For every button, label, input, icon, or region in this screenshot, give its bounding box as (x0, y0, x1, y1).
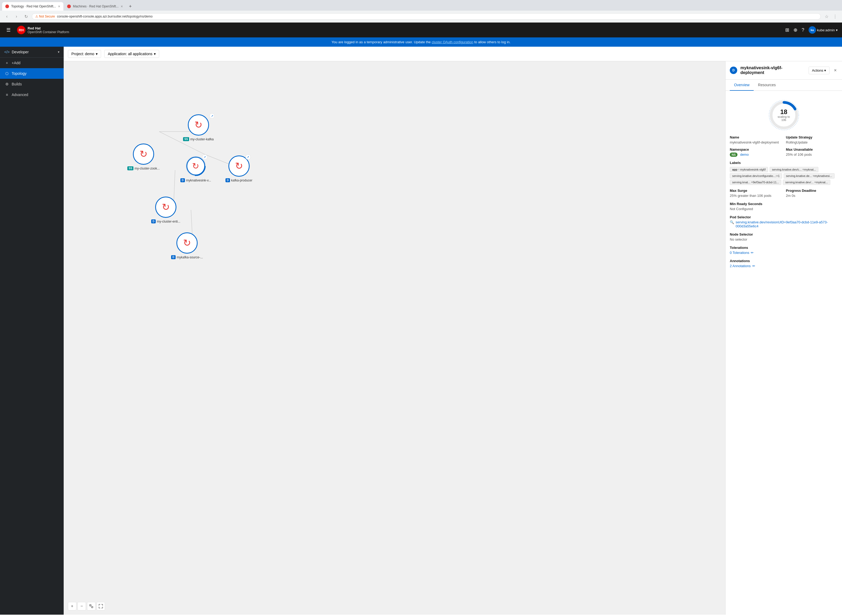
label-tag-3[interactable]: serving.knative.de... =myknativesi... (783, 173, 835, 179)
help-icon[interactable]: ? (802, 27, 804, 33)
advanced-icon: ≡ (4, 92, 10, 97)
tab-title: Topology · Red Hat OpenShift... (11, 4, 56, 8)
max-unavailable-value: 25% of 106 pods (786, 153, 838, 157)
active-tab[interactable]: Topology · Red Hat OpenShift... × (2, 2, 63, 10)
bookmark-button[interactable]: ☆ (823, 13, 830, 20)
project-dropdown[interactable]: Project: demo ▾ (68, 50, 101, 58)
kafka-producer-badge: D (226, 178, 230, 182)
label-key-0: app (732, 168, 738, 171)
detail-content: 18 scaling to 106 Name myknativesink-vlg… (726, 91, 842, 272)
label-tag-2[interactable]: serving.knative.dev/configuratio...:=1 (730, 173, 782, 179)
user-menu[interactable]: ka kube:admin ▾ (808, 26, 838, 34)
detail-panel: D myknativesink-vlg6f-deployment Actions… (725, 61, 842, 615)
grid-icon[interactable]: ⊞ (785, 27, 789, 33)
expand-button[interactable] (97, 602, 105, 610)
progress-deadline-label: Progress Deadline (786, 189, 838, 193)
sidebar-item-add[interactable]: + +Add (0, 57, 64, 68)
pod-selector-section: Pod Selector 🔍 serving.knative.dev/revis… (730, 215, 838, 228)
node-myknativesink[interactable]: ↻ ↗ D myknativesink-v... (180, 155, 211, 182)
svg-rect-10 (91, 606, 93, 608)
back-button[interactable]: ‹ (3, 13, 10, 20)
myknativesink-external-link[interactable]: ↗ (202, 154, 207, 160)
tab-resources[interactable]: Resources (754, 79, 780, 91)
annotations-edit-icon[interactable]: ✏ (753, 264, 755, 268)
browser-chrome: Topology · Red Hat OpenShift... × Machin… (0, 0, 842, 22)
plus-icon[interactable]: ⊕ (794, 27, 797, 33)
topology-wrapper: ↻ ↗ SS my-cluster-kafka ↻ (64, 61, 842, 615)
sidebar-item-builds-label: Builds (12, 82, 22, 86)
perspective-switcher[interactable]: </> Developer ▾ (0, 47, 64, 57)
reload-button[interactable]: ↻ (22, 13, 30, 20)
pod-selector-link[interactable]: 🔍 serving.knative.dev/revisionUID=9ef3aa… (730, 220, 838, 228)
namespace-link[interactable]: demo (740, 153, 749, 157)
address-bar[interactable]: ⚠ Not Secure console-openshift-console.a… (32, 13, 821, 20)
banner-link[interactable]: cluster OAuth configuration (431, 40, 473, 44)
sidebar-item-topology-label: Topology (12, 71, 26, 76)
tolerations-edit-icon[interactable]: ✏ (751, 251, 754, 255)
application-dropdown[interactable]: Application: all applications ▾ (104, 50, 159, 58)
zoom-out-button[interactable]: − (78, 602, 86, 610)
banner-text-end: to allow others to log in. (474, 40, 510, 44)
node-kafka-label: SS my-cluster-kafka (183, 137, 214, 141)
perspective-arrow-icon: ▾ (58, 50, 59, 54)
browser-nav: ‹ › ↻ ⚠ Not Secure console-openshift-con… (0, 10, 842, 22)
tab-close-btn[interactable]: × (58, 4, 60, 9)
hamburger-menu[interactable]: ☰ (4, 25, 13, 35)
kafka-producer-external-link[interactable]: ↗ (245, 154, 251, 160)
extensions-button[interactable]: ⋮ (832, 13, 839, 20)
sidebar-item-builds[interactable]: ⚙ Builds (0, 79, 64, 89)
tab2-close-btn[interactable]: × (121, 4, 123, 9)
node-myknativesink-label: D myknativesink-v... (180, 178, 211, 182)
node-entity-operator-label: D my-cluster-enti... (151, 219, 180, 223)
application-label: Application: all applications (108, 52, 152, 56)
fit-icon (89, 604, 93, 608)
tolerations-value: 0 Tolerations ✏ (730, 251, 838, 255)
zoom-in-button[interactable]: + (68, 602, 76, 610)
node-entity-operator[interactable]: ↻ D my-cluster-enti... (151, 197, 180, 223)
close-button[interactable]: × (833, 67, 838, 74)
inactive-tab[interactable]: Machines · Red Hat OpenShift... × (64, 2, 126, 10)
node-zookeeper-label: SS my-cluster-zook... (127, 166, 160, 170)
label-tag-0[interactable]: app = myknativesink-vlg6f (730, 167, 768, 172)
node-kafka-producer-wrapper: ↻ ↗ (229, 155, 249, 177)
kafka-external-link[interactable]: ↗ (209, 113, 215, 119)
name-label: Name (730, 135, 782, 139)
label-tag-1[interactable]: serving.knative.dev/c... =myknat... (770, 167, 819, 172)
tab2-favicon (67, 4, 71, 8)
page-toolbar: Project: demo ▾ Application: all applica… (64, 47, 842, 61)
detail-title: myknativesink-vlg6f-deployment (741, 66, 805, 75)
perspective-label: Developer (12, 50, 58, 54)
pod-selector-link-text: serving.knative.dev/revisionUID=9ef3aa70… (736, 220, 838, 228)
brand-text: Red Hat OpenShift Container Platform (28, 26, 69, 34)
label-tag-4[interactable]: serving.knat... =9ef3aa70-dcbd-11... (730, 180, 781, 185)
sidebar-item-advanced[interactable]: ≡ Advanced (0, 89, 64, 100)
tab-overview[interactable]: Overview (730, 79, 754, 91)
entity-operator-label-text: my-cluster-enti... (157, 220, 180, 223)
annotations-link[interactable]: 2 Annotations (730, 264, 751, 268)
annotations-label: Annotations (730, 259, 838, 263)
actions-button[interactable]: Actions ▾ (808, 67, 830, 74)
forward-button[interactable]: › (13, 13, 20, 20)
info-banner: You are logged in as a temporary adminis… (0, 37, 842, 47)
fit-button[interactable] (87, 602, 95, 610)
svg-rect-9 (89, 604, 91, 606)
sidebar: </> Developer ▾ + +Add ⬡ Topology ⚙ Buil… (0, 47, 64, 615)
myknativesink-badge: D (180, 178, 185, 182)
new-tab-button[interactable]: + (126, 3, 134, 10)
label-tag-5[interactable]: serving.knative.dev/... =myknat... (783, 180, 830, 185)
node-mykafka-source-label: D mykafka-source-... (171, 255, 203, 259)
tolerations-link[interactable]: 0 Tolerations (730, 251, 749, 255)
node-zookeeper[interactable]: ↻ SS my-cluster-zook... (127, 144, 160, 170)
top-bar-actions: ⊞ ⊕ ? ka kube:admin ▾ (785, 26, 838, 34)
node-kafka[interactable]: ↻ ↗ SS my-cluster-kafka (183, 114, 214, 141)
topology-canvas[interactable]: ↻ ↗ SS my-cluster-kafka ↻ (64, 61, 725, 615)
namespace-value: NS demo (730, 153, 782, 157)
topology-connections (64, 61, 725, 615)
node-kafka-producer[interactable]: ↻ ↗ D kafka-producer (226, 155, 252, 182)
node-mykafka-source[interactable]: ↻ D mykafka-source-... (171, 232, 203, 259)
sidebar-nav: + +Add ⬡ Topology ⚙ Builds ≡ Advanced (0, 57, 64, 615)
mykafka-source-badge: D (171, 255, 176, 259)
node-kafka-circle: ↻ ↗ (188, 114, 209, 136)
sidebar-item-topology[interactable]: ⬡ Topology (0, 68, 64, 79)
update-strategy-value: RollingUpdate (786, 140, 838, 144)
